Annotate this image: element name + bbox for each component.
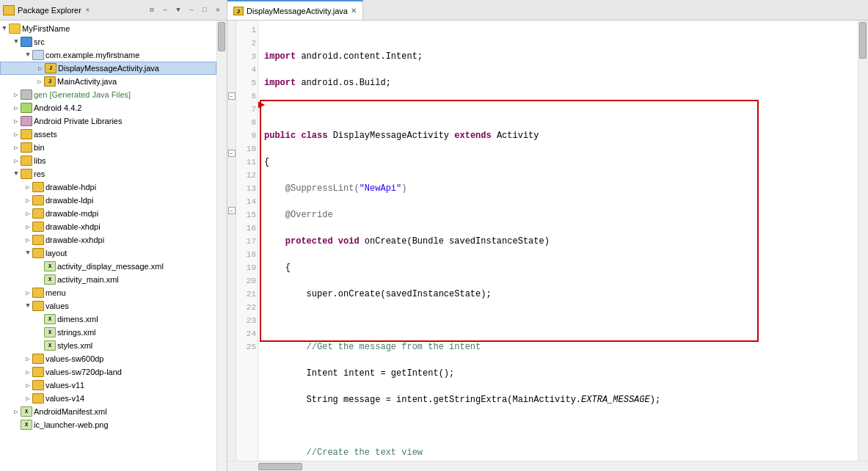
tree-label: dimens.xml [57,315,98,324]
tree-item-activity_main[interactable]: Xactivity_main.xml [0,273,216,286]
tree-item-assets[interactable]: ▷assets [0,128,216,141]
tree-arrow: ▼ [0,25,9,32]
panel-header-icons: ⊟ ↔ ▼ — □ ✕ [146,4,224,16]
tree-icon-xml: X [21,406,32,417]
tree-icon-folder [32,393,44,404]
maximize-icon[interactable]: □ [199,4,211,16]
left-scrollbar[interactable] [216,21,227,471]
panel-title-close-icon[interactable]: ✕ [86,6,90,14]
tree-icon-package [32,50,44,60]
tree-icon-java: J [45,63,56,73]
minimize-icon[interactable]: — [186,4,197,16]
right-scrollbar[interactable] [858,21,868,461]
fold-marker-3[interactable]: − [228,207,236,214]
tree-label: Android 4.4.2 [34,103,81,112]
fold-marker-1[interactable]: − [228,92,236,100]
tree-item-values-sw600dp[interactable]: ▷values-sw600dp [0,352,216,365]
tab-title: DisplayMessageActivity.java [247,7,348,15]
tree-item-com.example[interactable]: ▼com.example.myfirstname [0,48,216,62]
tree-item-src[interactable]: ▼src [0,35,216,48]
tree-item-ic_launcher[interactable]: Xic_launcher-web.png [0,418,216,431]
tree-icon-folder [32,182,44,192]
tree-label: drawable-xhdpi [45,222,101,231]
editor-tab-displaymessage[interactable]: J DisplayMessageActivity.java ✕ [227,0,363,20]
tree-label: MainActivity.java [57,77,117,86]
tree-icon-folder [21,142,32,153]
tree-item-displaymessage[interactable]: ▷JDisplayMessageActivity.java [0,62,216,75]
tree-item-android442[interactable]: ▷Android 4.4.2 [0,101,216,114]
tree-icon-android [21,103,32,113]
tree-item-layout[interactable]: ▼layout [0,247,216,260]
tree-label: drawable-xxhdpi [45,236,104,244]
tree-arrow: ▼ [23,51,32,59]
view-menu-icon[interactable]: ▼ [172,4,184,16]
tree-item-styles[interactable]: Xstyles.xml [0,339,216,352]
tree-item-drawable-hdpi[interactable]: ▷drawable-hdpi [0,180,216,194]
tree-label: strings.xml [57,328,96,337]
tree-arrow: ▷ [12,144,21,152]
tree-icon-xml: X [44,261,56,271]
tree-item-values-sw720dp-land[interactable]: ▷values-sw720dp-land [0,365,216,379]
link-with-editor-icon[interactable]: ↔ [159,4,171,16]
collapse-all-icon[interactable]: ⊟ [146,4,158,16]
tree-arrow: ▷ [23,183,32,191]
tree-item-strings[interactable]: Xstrings.xml [0,326,216,339]
tree-icon-folder [21,156,32,166]
tree-label: MyFirstName [22,24,70,33]
package-explorer-panel: Package Explorer ✕ ⊟ ↔ ▼ — □ ✕ ▼MyFirstN… [0,0,227,471]
tree-item-bin[interactable]: ▷bin [0,141,216,154]
tree-item-drawable-mdpi[interactable]: ▷drawable-mdpi [0,207,216,220]
tree-item-dimens[interactable]: Xdimens.xml [0,313,216,326]
tree-icon-folder [32,367,44,377]
tree-item-drawable-xxhdpi[interactable]: ▷drawable-xxhdpi [0,233,216,247]
fold-marker-2[interactable]: − [228,150,236,157]
tree-icon-folder [21,169,32,179]
line-numbers: 12345 678910 1112131415 1617181920 21222… [236,21,258,461]
tree-item-activity_display[interactable]: Xactivity_display_message.xml [0,260,216,273]
bottom-scrollbar[interactable] [227,461,868,471]
tree-label: values-sw600dp [45,354,104,363]
close-panel-icon[interactable]: ✕ [212,4,224,16]
tree-item-values-v11[interactable]: ▷values-v11 [0,379,216,392]
tree-arrow: ▷ [23,236,32,244]
code-content[interactable]: import android.content.Intent; import an… [264,23,852,461]
tree-arrow: ▷ [12,131,21,139]
tree-label: assets [34,130,57,139]
tree-item-androidprivate[interactable]: ▷Android Private Libraries [0,114,216,128]
tree-item-androidmanifest[interactable]: ▷XAndroidManifest.xml [0,405,216,418]
tree-label: values-v14 [45,394,84,403]
tree-item-mainactivity[interactable]: ▷JMainActivity.java [0,75,216,88]
tree-label: styles.xml [57,341,92,350]
tree-icon-folder [32,195,44,205]
panel-header: Package Explorer ✕ ⊟ ↔ ▼ — □ ✕ [0,0,227,21]
tree-item-gen[interactable]: ▷gen [Generated Java Files] [0,88,216,101]
tree-label: layout [45,249,67,258]
tree-arrow: ▷ [23,210,32,218]
tree-item-myfirstname[interactable]: ▼MyFirstName [0,22,216,35]
code-gutter: − − − [227,21,236,461]
tree-arrow: ▷ [35,78,44,86]
tree-icon-folder [32,301,44,311]
tree-container[interactable]: ▼MyFirstName▼src▼com.example.myfirstname… [0,21,216,471]
tree-item-values[interactable]: ▼values [0,299,216,313]
tree-item-res[interactable]: ▼res [0,167,216,180]
tree-icon-src [21,37,32,47]
code-scroll-area[interactable]: import android.content.Intent; import an… [258,21,858,461]
tree-arrow: ▷ [12,408,21,416]
tree-label: activity_display_message.xml [57,262,164,271]
tree-item-menu[interactable]: ▷menu [0,286,216,299]
tree-item-libs[interactable]: ▷libs [0,154,216,167]
tree-label: Android Private Libraries [34,117,122,125]
tree-icon-folder [32,222,44,232]
tree-icon-project [9,23,21,34]
tree-icon-gen [21,90,32,100]
tree-item-drawable-xhdpi[interactable]: ▷drawable-xhdpi [0,220,216,233]
tab-close-icon[interactable]: ✕ [351,7,357,15]
tree-item-values-v14[interactable]: ▷values-v14 [0,392,216,405]
tree-icon-lib [21,116,32,126]
tree-label: gen [Generated Java Files] [34,90,131,99]
tree-item-drawable-ldpi[interactable]: ▷drawable-ldpi [0,194,216,207]
tree-arrow: ▼ [23,302,32,310]
tree-label: values [45,302,69,310]
tree-arrow: ▷ [23,197,32,205]
